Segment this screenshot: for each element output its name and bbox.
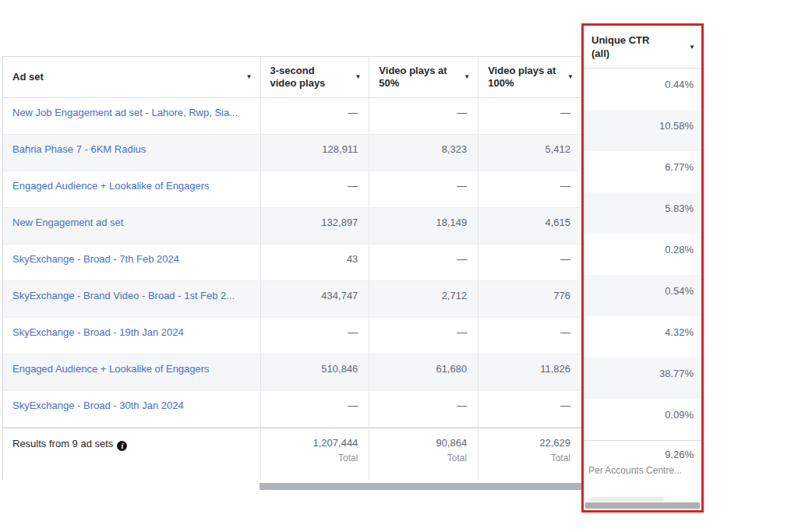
table-row: New Engagement ad set 132,897 18,149 4,6… xyxy=(3,208,581,245)
cell-plays-100: 11,826 xyxy=(478,354,581,390)
table-header-row: Ad set ▼ 3-second video plays ▼ Video pl… xyxy=(3,57,581,98)
total-caption: Total xyxy=(369,453,467,463)
total-3s-plays: 1,207,444 Total xyxy=(260,428,369,480)
table-row: Bahria Phase 7 - 6KM Radius 128,911 8,32… xyxy=(3,135,581,171)
adset-link[interactable]: Engaged Audience + Lookalike of Engagers xyxy=(12,180,210,192)
ad-sets-table: Ad set ▼ 3-second video plays ▼ Video pl… xyxy=(2,56,581,480)
cell-plays-50: 61,680 xyxy=(369,354,478,390)
cell-unique-ctr: 5.83% xyxy=(584,192,701,234)
total-plays-100: 22,629 Total xyxy=(478,428,581,480)
adset-link[interactable]: SkyExchange - Brand Video - Broad - 1st … xyxy=(12,290,235,301)
cell-plays-50: 8,323 xyxy=(369,135,478,171)
unique-ctr-total-cell: 9.26% Per Accounts Centre... xyxy=(584,440,701,476)
cell-3s-plays: 434,747 xyxy=(260,281,369,317)
column-header-label: Unique CTR (all) xyxy=(591,33,649,60)
ads-manager-report: Ad set ▼ 3-second video plays ▼ Video pl… xyxy=(0,0,798,532)
horizontal-scrollbar[interactable] xyxy=(260,483,587,490)
unique-ctr-column-highlight: Unique CTR (all) ▼ 0.44% 10.58% 6.77% 5.… xyxy=(581,23,704,513)
table-row: SkyExchange - Broad - 7th Feb 2024 43 — … xyxy=(3,245,581,281)
cell-plays-100: 776 xyxy=(478,281,581,317)
results-summary: Results from 9 ad setsi xyxy=(3,428,260,480)
cell-unique-ctr: 0.28% xyxy=(584,234,701,275)
cell-plays-100: — xyxy=(478,171,581,207)
total-caption: Total xyxy=(261,453,358,463)
unique-ctr-total: 9.26% xyxy=(584,449,701,460)
cell-plays-100: 4,615 xyxy=(478,208,581,244)
cell-3s-plays: — xyxy=(260,318,369,354)
total-plays-50: 90,864 Total xyxy=(369,428,478,480)
adset-link[interactable]: New Job Engagement ad set - Lahore, Rwp,… xyxy=(12,107,238,118)
cell-plays-100: — xyxy=(478,245,581,280)
cell-3s-plays: 132,897 xyxy=(260,208,369,244)
caret-down-icon[interactable]: ▼ xyxy=(246,71,252,83)
table-row: SkyExchange - Brand Video - Broad - 1st … xyxy=(3,281,581,318)
total-caption: Total xyxy=(478,453,570,463)
column-header-label: Video plays at 100% xyxy=(488,65,556,90)
results-summary-label: Results from 9 ad sets xyxy=(12,438,113,449)
caret-down-icon[interactable]: ▼ xyxy=(355,71,361,83)
cell-plays-50: — xyxy=(369,245,478,280)
cell-3s-plays: 43 xyxy=(260,245,369,280)
unique-ctr-total-caption: Per Accounts Centre... xyxy=(584,465,701,476)
cell-plays-100: — xyxy=(478,318,581,354)
cell-unique-ctr: 10.58% xyxy=(584,110,701,151)
cell-plays-100: — xyxy=(478,391,581,427)
adset-link[interactable]: SkyExchange - Broad - 30th Jan 2024 xyxy=(12,400,184,411)
table-row: SkyExchange - Broad - 19th Jan 2024 — — … xyxy=(3,318,581,354)
cell-plays-50: 2,712 xyxy=(369,281,478,317)
cell-3s-plays: 510,846 xyxy=(260,354,369,390)
cell-unique-ctr: 0.54% xyxy=(584,275,701,316)
column-header-3s-plays[interactable]: 3-second video plays ▼ xyxy=(260,57,369,97)
cell-unique-ctr: 0.44% xyxy=(584,69,701,110)
adset-link[interactable]: New Engagement ad set xyxy=(12,217,123,228)
cell-plays-50: 18,149 xyxy=(369,208,478,244)
cell-plays-50: — xyxy=(369,391,478,427)
cell-unique-ctr: 4.32% xyxy=(584,316,701,358)
caret-down-icon[interactable]: ▼ xyxy=(689,41,695,54)
table-row: SkyExchange - Broad - 30th Jan 2024 — — … xyxy=(3,391,581,428)
table-row: New Job Engagement ad set - Lahore, Rwp,… xyxy=(3,98,581,135)
cell-unique-ctr: 0.09% xyxy=(584,399,701,440)
cell-3s-plays: — xyxy=(260,171,369,207)
column-header-plays-100[interactable]: Video plays at 100% ▼ xyxy=(478,57,581,97)
adset-link[interactable]: Bahria Phase 7 - 6KM Radius xyxy=(12,143,146,155)
column-header-label: Ad set xyxy=(12,71,44,83)
cell-unique-ctr: 6.77% xyxy=(584,151,701,192)
ctr-column-scrollbar-thumb[interactable] xyxy=(590,497,664,502)
column-header-unique-ctr[interactable]: Unique CTR (all) ▼ xyxy=(584,26,701,69)
adset-link[interactable]: SkyExchange - Broad - 19th Jan 2024 xyxy=(12,326,184,338)
column-header-label: 3-second video plays xyxy=(270,65,326,90)
adset-link[interactable]: SkyExchange - Broad - 7th Feb 2024 xyxy=(12,253,179,265)
cell-unique-ctr: 38.77% xyxy=(584,358,701,399)
caret-down-icon[interactable]: ▼ xyxy=(464,71,470,83)
caret-down-icon[interactable]: ▼ xyxy=(567,71,574,83)
adset-link[interactable]: Engaged Audience + Lookalike of Engagers xyxy=(12,363,210,375)
cell-plays-100: 5,412 xyxy=(478,135,581,171)
cell-plays-50: — xyxy=(369,318,478,354)
cell-plays-50: — xyxy=(369,98,478,134)
column-header-plays-50[interactable]: Video plays at 50% ▼ xyxy=(369,57,478,97)
table-row: Engaged Audience + Lookalike of Engagers… xyxy=(3,171,581,208)
cell-plays-50: — xyxy=(369,171,478,207)
cell-plays-100: — xyxy=(478,98,581,134)
cell-3s-plays: — xyxy=(260,98,369,134)
info-icon[interactable]: i xyxy=(117,441,127,451)
column-header-label: Video plays at 50% xyxy=(379,65,447,90)
cell-3s-plays: — xyxy=(260,391,369,427)
cell-3s-plays: 128,911 xyxy=(260,135,369,171)
column-header-ad-set[interactable]: Ad set ▼ xyxy=(3,57,260,97)
table-footer-row: Results from 9 ad setsi 1,207,444 Total … xyxy=(3,428,581,480)
ctr-column-scrollbar[interactable] xyxy=(585,502,700,509)
table-row: Engaged Audience + Lookalike of Engagers… xyxy=(3,354,581,391)
